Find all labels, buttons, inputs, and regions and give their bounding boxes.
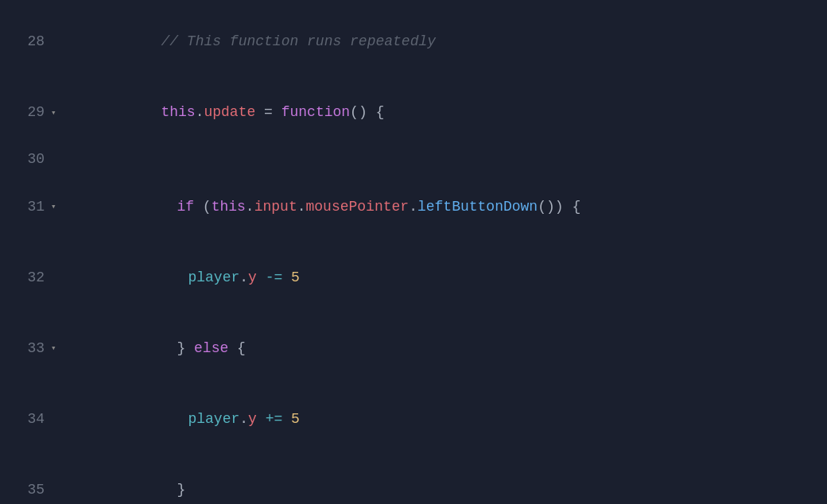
code-line-32: 32 player.y -= 5 xyxy=(0,242,827,313)
code-block: 28 // This function runs repeatedly 29 ▾… xyxy=(0,6,827,504)
fold-31: ▾ xyxy=(51,200,64,214)
line-number-34: 34 xyxy=(10,408,51,432)
fold-35 xyxy=(51,483,64,497)
line-content-30 xyxy=(64,148,72,172)
code-line-33: 33 ▾ } else { xyxy=(0,313,827,384)
fold-29: ▾ xyxy=(51,106,64,120)
code-editor: 28 // This function runs repeatedly 29 ▾… xyxy=(0,0,827,504)
line-content-34: player.y += 5 xyxy=(64,384,300,455)
code-line-30: 30 xyxy=(0,148,827,172)
code-line-35: 35 } xyxy=(0,455,827,504)
line-number-28: 28 xyxy=(10,30,51,54)
code-line-34: 34 player.y += 5 xyxy=(0,384,827,455)
fold-28 xyxy=(51,35,64,48)
line-content-33: } else { xyxy=(64,313,246,384)
line-content-31: if (this.input.mousePointer.leftButtonDo… xyxy=(64,172,580,242)
line-number-29: 29 xyxy=(10,101,51,125)
fold-32 xyxy=(51,271,64,285)
line-content-32: player.y -= 5 xyxy=(64,242,300,313)
line-content-29: this.update = function() { xyxy=(64,77,384,148)
line-content-28: // This function runs repeatedly xyxy=(64,6,436,77)
line-number-30: 30 xyxy=(10,148,51,172)
fold-34 xyxy=(51,413,64,426)
fold-33: ▾ xyxy=(51,341,64,355)
fold-30 xyxy=(51,153,64,167)
code-line-29: 29 ▾ this.update = function() { xyxy=(0,77,827,148)
code-line-28: 28 // This function runs repeatedly xyxy=(0,6,827,77)
code-line-31: 31 ▾ if (this.input.mousePointer.leftBut… xyxy=(0,172,827,242)
line-number-33: 33 xyxy=(10,337,51,361)
line-number-35: 35 xyxy=(10,479,51,502)
line-number-31: 31 xyxy=(10,196,51,219)
line-content-35: } xyxy=(64,455,185,504)
line-number-32: 32 xyxy=(10,266,51,290)
